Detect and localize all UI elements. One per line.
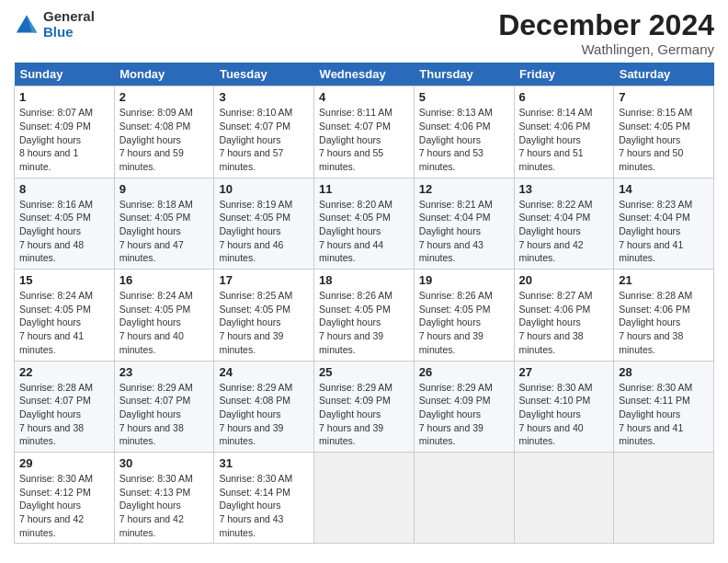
daylight-label: Daylight hours <box>19 316 81 327</box>
sunset-label: Sunset: 4:07 PM <box>319 121 391 132</box>
daylight-label: Daylight hours <box>119 408 181 419</box>
day-number: 30 <box>119 456 210 470</box>
day-info: Sunrise: 8:30 AM Sunset: 4:12 PM Dayligh… <box>19 472 109 539</box>
sunset-label: Sunset: 4:07 PM <box>219 121 290 132</box>
day-info: Sunrise: 8:29 AM Sunset: 4:07 PM Dayligh… <box>119 381 210 448</box>
sunrise-label: Sunrise: 8:30 AM <box>619 382 692 393</box>
sunset-label: Sunset: 4:05 PM <box>619 121 690 132</box>
sunset-label: Sunset: 4:08 PM <box>219 395 290 406</box>
daylight-label: Daylight hours <box>119 134 181 145</box>
sunrise-label: Sunrise: 8:29 AM <box>219 382 292 393</box>
calendar-cell: 3 Sunrise: 8:10 AM Sunset: 4:07 PM Dayli… <box>214 86 314 178</box>
daylight-value: 7 hours and 42 minutes. <box>119 513 184 538</box>
daylight-label: Daylight hours <box>419 316 481 327</box>
day-info: Sunrise: 8:29 AM Sunset: 4:08 PM Dayligh… <box>219 381 309 448</box>
calendar-cell: 14 Sunrise: 8:23 AM Sunset: 4:04 PM Dayl… <box>614 178 714 269</box>
sunrise-label: Sunrise: 8:09 AM <box>119 107 193 118</box>
day-number: 18 <box>319 273 409 287</box>
calendar-cell: 17 Sunrise: 8:25 AM Sunset: 4:05 PM Dayl… <box>214 270 314 361</box>
calendar-cell: 8 Sunrise: 8:16 AM Sunset: 4:05 PM Dayli… <box>15 178 115 269</box>
sunrise-label: Sunrise: 8:29 AM <box>319 382 392 393</box>
sunrise-label: Sunrise: 8:13 AM <box>419 107 493 118</box>
daylight-value: 7 hours and 48 minutes. <box>19 239 84 264</box>
day-number: 24 <box>219 365 309 379</box>
sunset-label: Sunset: 4:05 PM <box>219 304 290 315</box>
weekday-header-wednesday: Wednesday <box>314 63 415 86</box>
daylight-value: 7 hours and 39 minutes. <box>419 330 483 355</box>
sunrise-label: Sunrise: 8:30 AM <box>119 473 193 484</box>
daylight-label: Daylight hours <box>319 316 381 327</box>
daylight-value: 7 hours and 47 minutes. <box>119 239 184 264</box>
day-info: Sunrise: 8:16 AM Sunset: 4:05 PM Dayligh… <box>19 198 109 265</box>
day-number: 25 <box>319 365 409 379</box>
daylight-value: 7 hours and 41 minutes. <box>619 239 683 264</box>
day-info: Sunrise: 8:30 AM Sunset: 4:13 PM Dayligh… <box>119 472 210 539</box>
logo-text: General Blue <box>43 9 95 40</box>
daylight-label: Daylight hours <box>19 225 81 236</box>
sunrise-label: Sunrise: 8:19 AM <box>219 199 292 210</box>
calendar-cell: 21 Sunrise: 8:28 AM Sunset: 4:06 PM Dayl… <box>614 270 714 361</box>
page-header: General Blue December 2024 Wathlingen, G… <box>14 9 714 57</box>
daylight-value: 7 hours and 59 minutes. <box>119 147 184 172</box>
sunrise-label: Sunrise: 8:24 AM <box>119 290 193 301</box>
sunrise-label: Sunrise: 8:10 AM <box>219 107 292 118</box>
sunrise-label: Sunrise: 8:27 AM <box>519 290 593 301</box>
day-info: Sunrise: 8:22 AM Sunset: 4:04 PM Dayligh… <box>519 198 609 265</box>
sunrise-label: Sunrise: 8:15 AM <box>619 107 692 118</box>
sunset-label: Sunset: 4:05 PM <box>119 212 191 223</box>
calendar-cell: 18 Sunrise: 8:26 AM Sunset: 4:05 PM Dayl… <box>314 270 415 361</box>
sunset-label: Sunset: 4:07 PM <box>119 395 191 406</box>
calendar-cell: 25 Sunrise: 8:29 AM Sunset: 4:09 PM Dayl… <box>314 361 415 452</box>
calendar-cell: 31 Sunrise: 8:30 AM Sunset: 4:14 PM Dayl… <box>214 452 314 543</box>
daylight-value: 7 hours and 42 minutes. <box>519 239 584 264</box>
day-number: 1 <box>19 90 109 104</box>
day-number: 28 <box>619 365 709 379</box>
logo-icon <box>14 12 40 38</box>
weekday-header-sunday: Sunday <box>15 63 115 86</box>
day-number: 17 <box>219 273 309 287</box>
calendar-cell: 4 Sunrise: 8:11 AM Sunset: 4:07 PM Dayli… <box>314 86 415 178</box>
calendar-cell <box>414 452 514 543</box>
day-number: 16 <box>119 273 210 287</box>
daylight-value: 7 hours and 39 minutes. <box>219 330 283 355</box>
weekday-header-monday: Monday <box>114 63 214 86</box>
day-info: Sunrise: 8:24 AM Sunset: 4:05 PM Dayligh… <box>19 289 109 356</box>
weekday-header-saturday: Saturday <box>614 63 714 86</box>
calendar-cell: 9 Sunrise: 8:18 AM Sunset: 4:05 PM Dayli… <box>114 178 214 269</box>
sunset-label: Sunset: 4:10 PM <box>519 395 591 406</box>
calendar-cell: 13 Sunrise: 8:22 AM Sunset: 4:04 PM Dayl… <box>514 178 614 269</box>
day-number: 11 <box>319 182 409 196</box>
sunset-label: Sunset: 4:07 PM <box>19 395 91 406</box>
calendar-cell: 6 Sunrise: 8:14 AM Sunset: 4:06 PM Dayli… <box>514 86 614 178</box>
daylight-label: Daylight hours <box>119 225 181 236</box>
sunset-label: Sunset: 4:12 PM <box>19 487 91 498</box>
sunrise-label: Sunrise: 8:20 AM <box>319 199 392 210</box>
month-title: December 2024 <box>498 9 714 41</box>
sunset-label: Sunset: 4:06 PM <box>419 121 491 132</box>
sunset-label: Sunset: 4:05 PM <box>419 304 491 315</box>
daylight-value: 7 hours and 50 minutes. <box>619 147 683 172</box>
calendar-cell: 19 Sunrise: 8:26 AM Sunset: 4:05 PM Dayl… <box>414 270 514 361</box>
daylight-value: 7 hours and 40 minutes. <box>519 422 584 447</box>
sunset-label: Sunset: 4:09 PM <box>19 121 91 132</box>
sunset-label: Sunset: 4:05 PM <box>319 304 391 315</box>
day-number: 10 <box>219 182 309 196</box>
daylight-label: Daylight hours <box>519 408 581 419</box>
title-block: December 2024 Wathlingen, Germany <box>498 9 714 57</box>
day-info: Sunrise: 8:23 AM Sunset: 4:04 PM Dayligh… <box>619 198 709 265</box>
daylight-value: 7 hours and 39 minutes. <box>319 330 383 355</box>
sunset-label: Sunset: 4:06 PM <box>519 121 591 132</box>
calendar-cell: 7 Sunrise: 8:15 AM Sunset: 4:05 PM Dayli… <box>614 86 714 178</box>
day-info: Sunrise: 8:26 AM Sunset: 4:05 PM Dayligh… <box>319 289 409 356</box>
calendar-cell: 20 Sunrise: 8:27 AM Sunset: 4:06 PM Dayl… <box>514 270 614 361</box>
sunset-label: Sunset: 4:04 PM <box>619 212 690 223</box>
day-info: Sunrise: 8:29 AM Sunset: 4:09 PM Dayligh… <box>419 381 509 448</box>
day-info: Sunrise: 8:26 AM Sunset: 4:05 PM Dayligh… <box>419 289 509 356</box>
daylight-label: Daylight hours <box>619 408 680 419</box>
week-row-4: 22 Sunrise: 8:28 AM Sunset: 4:07 PM Dayl… <box>15 361 714 452</box>
day-info: Sunrise: 8:24 AM Sunset: 4:05 PM Dayligh… <box>119 289 210 356</box>
day-number: 4 <box>319 90 409 104</box>
calendar-cell: 5 Sunrise: 8:13 AM Sunset: 4:06 PM Dayli… <box>414 86 514 178</box>
sunrise-label: Sunrise: 8:11 AM <box>319 107 392 118</box>
daylight-value: 7 hours and 38 minutes. <box>519 330 584 355</box>
